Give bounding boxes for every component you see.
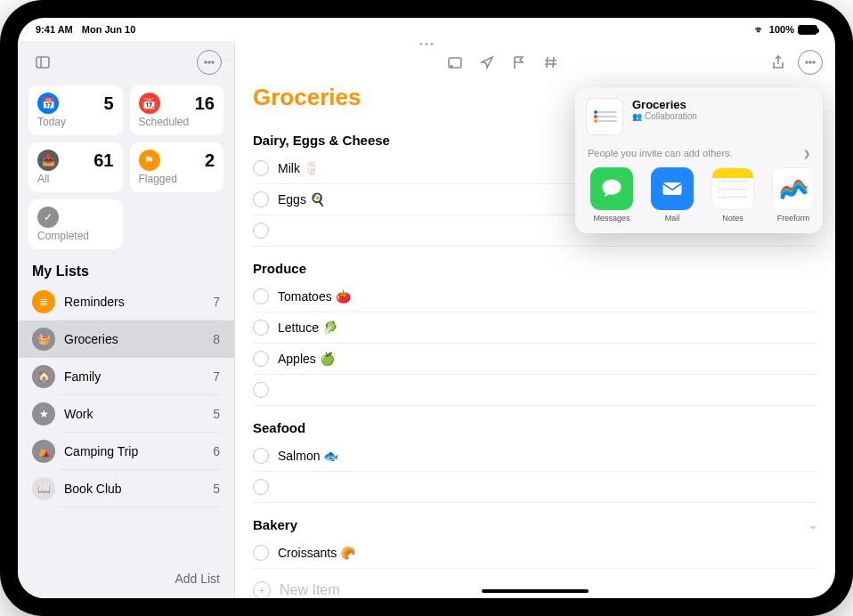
device-frame: 9:41 AM Mon Jun 10 100% [0,0,853,616]
location-button[interactable] [475,50,500,75]
reminder-text[interactable]: Eggs 🍳 [278,192,325,207]
reminder-row[interactable]: Lettuce 🥬 [253,312,817,344]
content-more-button[interactable] [798,50,823,75]
add-list-button[interactable]: Add List [18,563,234,598]
template-button[interactable] [443,50,467,75]
share-invite-text: People you invite can add others. [588,148,733,158]
share-invite-row[interactable]: People you invite can add others. ❯ [586,142,812,167]
section-header[interactable]: Seafood [253,406,817,441]
battery-icon [798,25,817,35]
battery-percent: 100% [769,24,794,35]
plus-circle-icon: + [253,581,271,598]
reminder-text[interactable]: Tomatoes 🍅 [278,289,351,304]
card-scheduled-label: Scheduled [139,116,215,128]
app-split: 📅 5 Today 📆 16 Scheduled [18,41,835,598]
sidebar-more-button[interactable] [197,50,222,75]
reminder-text[interactable]: Milk 🥛 [278,161,319,175]
list-item-count: 5 [213,482,220,496]
card-all[interactable]: 📥 61 All [28,142,123,192]
reminder-checkbox[interactable] [253,545,269,561]
list-item-label: Work [64,407,204,421]
share-header: Groceries Collaboration [586,98,812,142]
reminder-text[interactable]: Salmon 🐟 [278,449,338,463]
card-today-label: Today [37,116,114,128]
reminder-text[interactable]: Lettuce 🥬 [278,320,337,335]
sidebar-item-book-club[interactable]: 📖Book Club5 [18,470,234,507]
toggle-sidebar-button[interactable] [30,50,55,75]
reminder-checkbox[interactable] [253,288,269,304]
list-item-count: 7 [213,295,220,309]
new-item-label: New Item [280,582,340,598]
card-all-label: All [37,173,114,185]
list-item-label: Groceries [64,332,204,346]
tag-button[interactable] [539,50,564,75]
card-scheduled[interactable]: 📆 16 Scheduled [130,85,224,135]
collaboration-icon [632,111,642,121]
smart-card-grid: 📅 5 Today 📆 16 Scheduled [18,80,234,255]
list-item-label: Camping Trip [64,444,204,458]
book-icon: 📖 [32,477,55,500]
card-all-count: 61 [93,150,113,171]
svg-point-9 [813,61,815,63]
reminder-checkbox[interactable] [253,160,269,176]
list-icon: ≣ [32,290,55,313]
hashtag-icon [543,54,559,70]
reminder-text[interactable]: Croissants 🥐 [278,546,355,560]
share-button[interactable] [766,50,791,75]
list-item-label: Reminders [64,295,204,309]
reminder-checkbox[interactable] [253,223,269,239]
share-app-freeform[interactable]: Freeform [768,167,812,223]
freeform-app-icon [772,167,812,210]
list-item-count: 7 [213,369,220,384]
sidebar-item-work[interactable]: ★Work5 [18,395,234,433]
template-icon [447,54,463,70]
flag-icon: ⚑ [139,150,160,171]
share-app-label: Freeform [777,214,810,223]
status-date: Mon Jun 10 [82,24,136,35]
status-right: 100% [754,23,817,36]
reminder-row[interactable]: Apples 🍏 [253,344,817,375]
reminder-checkbox[interactable] [253,191,269,207]
reminder-row[interactable]: Salmon 🐟 [253,441,817,472]
share-app-label: Mail [665,214,680,223]
sidebar-item-groceries[interactable]: 🧺Groceries8 [18,320,234,358]
card-completed[interactable]: ✓ Completed [28,199,123,249]
home-indicator[interactable] [482,589,589,593]
reminder-checkbox[interactable] [253,351,269,367]
reminder-row[interactable] [253,375,817,406]
reminder-row[interactable]: Tomatoes 🍅 [253,281,817,312]
section-header[interactable]: Bakery⌄ [253,503,817,538]
share-app-notes[interactable]: Notes [707,167,759,223]
flag-button[interactable] [507,50,532,75]
reminder-checkbox[interactable] [253,320,269,336]
card-flagged[interactable]: ⚑ 2 Flagged [130,142,224,192]
svg-point-3 [208,61,210,63]
home-icon: 🏠 [32,365,55,388]
reminder-checkbox[interactable] [253,479,269,495]
reminder-text[interactable]: Apples 🍏 [278,352,335,366]
card-today-count: 5 [103,93,113,114]
card-completed-label: Completed [37,230,114,242]
share-title: Groceries [632,98,812,111]
chevron-right-icon: ❯ [803,149,810,158]
my-lists-header: My Lists [18,255,234,283]
sidebar-item-camping-trip[interactable]: ⛺Camping Trip6 [18,433,234,470]
sidebar-item-reminders[interactable]: ≣Reminders7 [18,283,234,320]
card-today[interactable]: 📅 5 Today [28,85,123,135]
share-app-messages[interactable]: Messages [586,167,638,223]
reminder-row[interactable] [253,472,817,503]
section-header[interactable]: Produce [253,247,817,281]
list-item-label: Book Club [64,482,204,496]
checkmark-icon: ✓ [37,207,59,228]
reminder-checkbox[interactable] [253,448,269,464]
new-item-button[interactable]: +New Item [253,569,817,598]
reminder-checkbox[interactable] [253,382,269,398]
status-left: 9:41 AM Mon Jun 10 [36,24,135,35]
reminder-row[interactable]: Croissants 🥐 [253,538,817,569]
content: Groceries Dairy, Eggs & CheeseMilk 🥛Eggs… [235,41,835,598]
sidebar-item-family[interactable]: 🏠Family7 [18,358,234,395]
section-title: Dairy, Eggs & Cheese [253,133,390,148]
svg-point-8 [809,61,811,63]
share-app-label: Notes [722,214,743,223]
share-app-mail[interactable]: Mail [646,167,698,223]
